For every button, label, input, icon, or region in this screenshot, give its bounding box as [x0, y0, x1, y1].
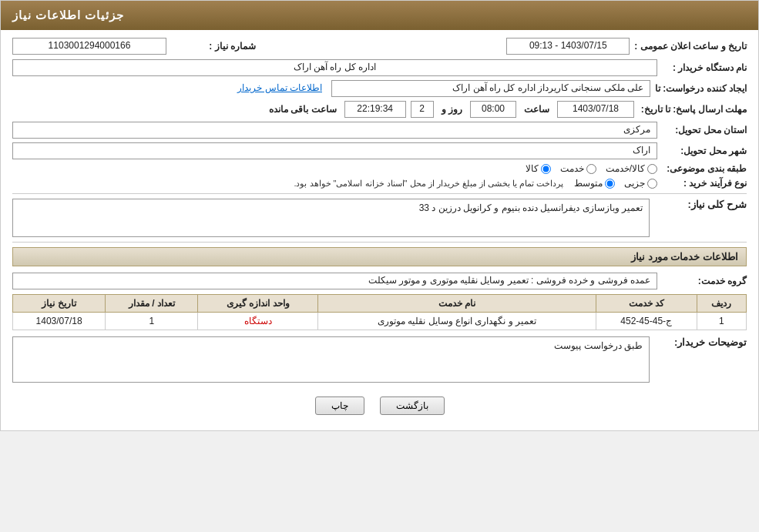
radio-kala-khadamat[interactable]: کالا/خدمت — [606, 163, 657, 174]
tarikh-value: 1403/07/15 - 09:13 — [506, 38, 630, 55]
towzihat-box: طبق درخواست پیوست — [12, 336, 650, 383]
sahat-value: 08:00 — [470, 101, 516, 118]
rooz-label: روز و — [442, 104, 462, 115]
towzihat-label: توضیحات خریدار: — [654, 336, 747, 348]
shomare-niaz-label: شماره نیاز : — [171, 41, 256, 52]
shomare-niaz-value: 1103001294000166 — [12, 38, 166, 55]
col-kod: کد خدمت — [596, 295, 697, 313]
services-table: ردیف کد خدمت نام خدمت واحد اندازه گیری ت… — [12, 294, 747, 330]
col-tarikh: تاریخ نیاز — [13, 295, 106, 313]
nam-dastgah-value: اداره کل راه آهن اراک — [12, 59, 657, 76]
cell-tedad: 1 — [106, 313, 198, 330]
shahr-label: شهر محل تحویل: — [662, 146, 747, 156]
sherh-niaz-value: تعمیر وبازسازی دیفرانسیل دنده بنیوم و کر… — [12, 199, 650, 237]
nam-dastgah-label: نام دستگاه خریدار : — [662, 62, 747, 73]
ijevad-label: ایجاد کننده درخواست: تا — [655, 83, 747, 94]
ostan-value: مرکزی — [12, 122, 657, 139]
col-tedad: تعداد / مقدار — [106, 295, 198, 313]
ijevad-value: علی ملکی سنجانی کاریرداز اداره کل راه آه… — [331, 80, 650, 97]
cell-vahed: دستگاه — [198, 313, 318, 330]
page-header: جزئیات اطلاعات نیاز — [1, 1, 758, 30]
noe-farayand-radio-group: جزیی متوسط — [574, 178, 657, 189]
sahat-label: ساعت — [524, 104, 549, 115]
group-khadamat-label: گروه خدمت: — [662, 276, 747, 286]
page-title: جزئیات اطلاعات نیاز — [12, 8, 124, 22]
baghimandeh-value: 22:19:34 — [344, 101, 406, 118]
col-vahed: واحد اندازه گیری — [198, 295, 318, 313]
cell-kod: ج-45-45-452 — [596, 313, 697, 330]
radio-jozi[interactable]: جزیی — [624, 178, 657, 189]
bazgasht-button[interactable]: بازگشت — [380, 396, 445, 415]
radio-motavasset[interactable]: متوسط — [574, 178, 615, 189]
baghimandeh-label: ساعت باقی مانده — [269, 104, 337, 115]
towzihat-value: طبق درخواست پیوست — [554, 340, 643, 351]
tabaqeh-label: طبقه بندی موضوعی: — [662, 163, 747, 174]
noe-farayand-label: نوع فرآیند خرید : — [662, 178, 747, 189]
footer-buttons: بازگشت چاپ — [12, 389, 747, 423]
sherh-niaz-label: شرح کلی نیاز: — [654, 199, 747, 210]
col-nam: نام خدمت — [318, 295, 596, 313]
noe-farayand-note: پرداخت تمام یا بخشی از مبلغ خریدار از مح… — [294, 179, 563, 189]
tarikh-label: تاریخ و ساعت اعلان عمومی : — [634, 41, 747, 52]
radio-khadamat[interactable]: خدمت — [560, 163, 596, 174]
radio-kala[interactable]: کالا — [526, 163, 551, 174]
ettela-link[interactable]: اطلاعات تماس خریدار — [12, 81, 327, 96]
group-khadamat-value: عمده فروشی و خرده فروشی : تعمیر وسایل نق… — [12, 273, 657, 289]
rooz-value: 2 — [411, 101, 434, 118]
cell-tarikh: 1403/07/18 — [13, 313, 106, 330]
chap-button[interactable]: چاپ — [315, 396, 364, 415]
ostan-label: استان محل تحویل: — [662, 125, 747, 136]
col-radif: ردیف — [697, 295, 746, 313]
mohlat-date: 1403/07/18 — [557, 101, 634, 118]
khadamat-section-title: اطلاعات خدمات مورد نیاز — [12, 247, 747, 266]
table-row: 1 ج-45-45-452 تعمیر و نگهداری انواع وسای… — [13, 313, 747, 330]
mohlat-label: مهلت ارسال پاسخ: تا تاریخ: — [639, 104, 747, 115]
shahr-value: اراک — [12, 142, 657, 159]
cell-radif: 1 — [697, 313, 746, 330]
tabaqeh-radio-group: کالا/خدمت خدمت کالا — [526, 163, 657, 174]
cell-nam: تعمیر و نگهداری انواع وسایل نقلیه موتوری — [318, 313, 596, 330]
